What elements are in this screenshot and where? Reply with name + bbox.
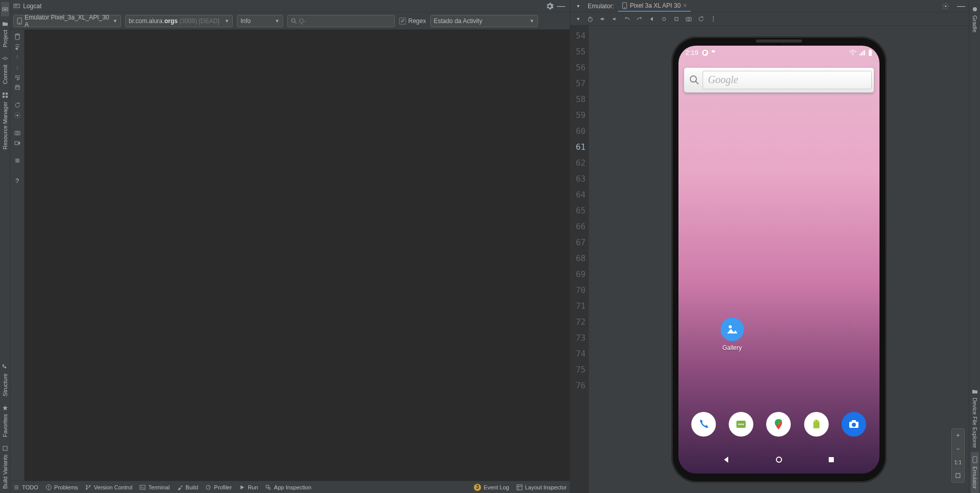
- more-icon[interactable]: [708, 13, 719, 25]
- tab-project[interactable]: Project: [1, 16, 9, 51]
- tab-emulator[interactable]: Emulator: [971, 452, 979, 493]
- emu-label: Emulator: [972, 466, 978, 489]
- tab-rm-label: Resource Manager: [2, 102, 8, 150]
- profiler-icon: [205, 484, 211, 490]
- dock-android[interactable]: [804, 412, 829, 437]
- emulator-tab-label: Pixel 3a XL API 30: [630, 2, 681, 9]
- power-icon[interactable]: [585, 13, 596, 25]
- dfe-label: Device File Explorer: [972, 398, 978, 448]
- svg-point-62: [729, 325, 732, 328]
- nav-home[interactable]: [774, 455, 784, 464]
- tab-build[interactable]: Build: [177, 484, 198, 490]
- tab-gradle[interactable]: Gradle: [971, 2, 979, 36]
- chevron-down-icon[interactable]: ▾: [572, 13, 584, 25]
- tab-run[interactable]: Run: [239, 484, 258, 490]
- tab-favorites[interactable]: Favorites: [1, 401, 9, 441]
- volume-up-icon[interactable]: [597, 13, 608, 25]
- zoom-fit[interactable]: [955, 469, 961, 482]
- minimize-icon[interactable]: —: [555, 1, 567, 12]
- record-icon[interactable]: [14, 140, 21, 147]
- terminate-icon[interactable]: [14, 157, 21, 164]
- zoom-reset[interactable]: 1:1: [954, 456, 962, 469]
- svg-point-20: [292, 18, 295, 22]
- svg-point-26: [16, 132, 18, 134]
- tab-logcat-indicator[interactable]: [1, 2, 9, 16]
- tab-layout-inspector[interactable]: Layout Inspector: [516, 484, 567, 490]
- pkg-suffix: (3009) [DEAD]: [177, 17, 219, 25]
- tab-version-control[interactable]: Version Control: [85, 484, 132, 490]
- regex-checkbox[interactable]: Regex: [399, 17, 426, 25]
- dock-camera[interactable]: [842, 412, 866, 437]
- tab-commit[interactable]: Commit: [1, 51, 9, 88]
- tab-build-variants[interactable]: Build Variants: [1, 441, 9, 493]
- tab-profiler[interactable]: Profiler: [205, 484, 232, 490]
- overview-icon[interactable]: [671, 13, 682, 25]
- restart-icon[interactable]: [14, 102, 21, 109]
- star-icon: [2, 405, 8, 411]
- search-icon: [291, 18, 297, 24]
- svg-rect-75: [956, 474, 960, 478]
- svg-rect-28: [15, 159, 19, 163]
- trash-icon[interactable]: [14, 33, 21, 40]
- tab-terminal[interactable]: Terminal: [139, 484, 170, 490]
- svg-point-2: [4, 57, 6, 60]
- emulator-toolbar: ▾: [570, 12, 969, 26]
- filter-selector[interactable]: Estado da Activity ▼: [430, 15, 538, 27]
- package-selector[interactable]: br.com.alura.orgs (3009) [DEAD] ▼: [125, 15, 233, 27]
- tab-app-inspection[interactable]: App Inspection: [265, 484, 311, 490]
- tab-structure[interactable]: Structure: [1, 360, 9, 401]
- tab-device-file-explorer[interactable]: Device File Explorer: [971, 384, 979, 452]
- volume-down-icon[interactable]: [609, 13, 621, 25]
- screenshot-icon[interactable]: [683, 13, 694, 25]
- rotate-right-icon[interactable]: [634, 13, 645, 25]
- branch-icon: [85, 484, 91, 490]
- help-icon[interactable]: ?: [15, 178, 19, 185]
- svg-point-31: [48, 488, 49, 489]
- screenshot-icon[interactable]: [14, 129, 21, 136]
- home-icon[interactable]: [658, 13, 670, 25]
- device-selector[interactable]: Emulator Pixel_3a_XL_API_30 A ▼: [13, 15, 121, 27]
- dock-maps[interactable]: [766, 412, 791, 437]
- tab-todo[interactable]: TODO: [13, 484, 38, 490]
- svg-rect-77: [973, 457, 977, 463]
- play-icon: [239, 484, 245, 490]
- log-level-selector[interactable]: Info ▼: [237, 15, 283, 27]
- logcat-filter-bar: Emulator Pixel_3a_XL_API_30 A ▼ br.com.a…: [10, 12, 570, 30]
- minimize-icon[interactable]: —: [955, 1, 967, 12]
- back-icon[interactable]: [646, 13, 657, 25]
- emulator-tab[interactable]: Pixel 3a XL API 30 ×: [618, 1, 691, 12]
- dock-messages[interactable]: [729, 412, 753, 437]
- tab-event-log[interactable]: 3 Event Log: [474, 484, 509, 491]
- tab-fav-label: Favorites: [2, 414, 8, 437]
- close-icon[interactable]: ×: [683, 2, 687, 9]
- google-search-widget[interactable]: Google: [684, 67, 874, 93]
- tab-problems[interactable]: Problems: [46, 484, 78, 490]
- logcat-output[interactable]: [25, 30, 570, 481]
- chevron-down-icon: ▼: [275, 18, 279, 24]
- zoom-out[interactable]: −: [956, 442, 959, 456]
- down-arrow-icon[interactable]: ↓: [16, 64, 19, 71]
- gear-icon[interactable]: [544, 1, 555, 12]
- tab-resource-manager[interactable]: Resource Manager: [1, 88, 9, 154]
- logcat-header: Logcat —: [10, 0, 570, 12]
- regex-label: Regex: [408, 17, 426, 25]
- zoom-in[interactable]: +: [956, 429, 959, 442]
- svg-point-76: [973, 7, 977, 11]
- nav-back[interactable]: [722, 455, 731, 464]
- soft-wrap-icon[interactable]: [14, 74, 21, 81]
- dock-phone[interactable]: [691, 412, 716, 437]
- log-search-input[interactable]: Q-: [287, 15, 395, 27]
- chevron-down-icon[interactable]: ▾: [572, 1, 584, 12]
- scroll-to-end-icon[interactable]: [14, 43, 21, 50]
- gear-icon[interactable]: [14, 112, 21, 119]
- svg-rect-72: [852, 420, 856, 422]
- print-icon[interactable]: [14, 84, 21, 91]
- gear-icon[interactable]: [940, 1, 951, 12]
- svg-marker-13: [3, 405, 8, 410]
- app-gallery[interactable]: Gallery: [721, 318, 744, 351]
- up-arrow-icon[interactable]: ↑: [16, 53, 19, 61]
- phone-screen[interactable]: 2:19 P: [678, 46, 879, 474]
- nav-overview[interactable]: [827, 455, 836, 464]
- reload-icon[interactable]: [695, 13, 707, 25]
- rotate-left-icon[interactable]: [622, 13, 633, 25]
